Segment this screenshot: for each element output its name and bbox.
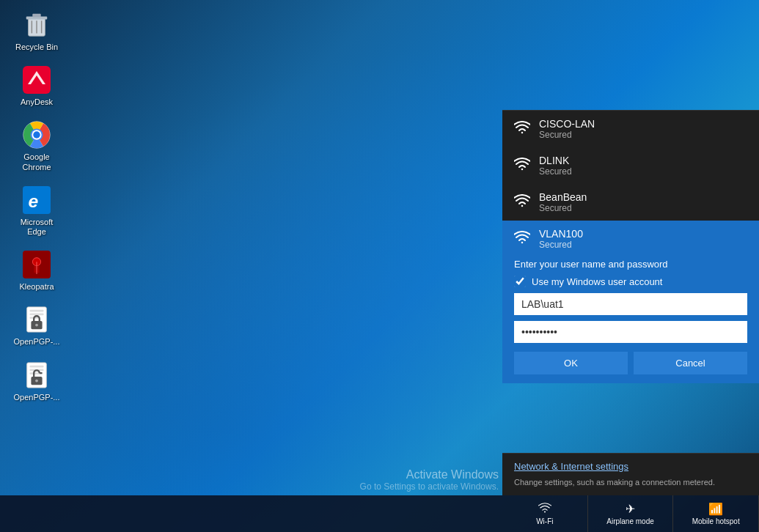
taskbar-hotspot-button[interactable]: 📶 Mobile hotspot [673,495,759,532]
svg-point-30 [35,379,38,382]
wifi-signal-icon-cisco [514,121,530,137]
kleo-label: Kleopatra [19,282,54,292]
dlink-name: DLINK [539,155,572,166]
taskbar-hotspot-icon: 📶 [708,502,723,516]
desktop-icon-openpgp-1[interactable]: OpenPGP-... [7,302,66,350]
openpgp2-icon [23,361,51,389]
svg-rect-25 [30,365,44,367]
vlan100-info: VLAN100 Secured [539,228,583,250]
wifi-network-cisco-lan[interactable]: CISCO-LAN Secured [502,111,759,147]
cisco-lan-info: CISCO-LAN Secured [539,118,595,140]
dlink-info: DLINK Secured [539,155,572,177]
desktop-icon-google-chrome[interactable]: Google Chrome [7,117,66,174]
cisco-lan-status: Secured [539,130,595,140]
network-settings-desc: Change settings, such as making a connec… [514,478,715,487]
anydesk-icon [23,66,51,94]
taskbar-airplane-button[interactable]: ✈ Airplane mode [588,495,674,532]
anydesk-icon-img [22,65,51,95]
kleo-svg [27,255,46,274]
svg-point-12 [33,132,40,139]
vlan100-status: Secured [539,240,583,250]
credentials-buttons: OK Cancel [514,352,747,374]
activate-watermark: Activate Windows Go to Settings to activ… [360,468,499,492]
taskbar-wifi-section: Wi-Fi ✈ Airplane mode 📶 Mobile hotspot [502,495,759,532]
desktop-icon-recycle-bin[interactable]: Recycle Bin [7,7,66,55]
kleo-icon-img [22,250,51,279]
wifi-network-dlink[interactable]: DLINK Secured [502,147,759,184]
desktop-icon-kleopatra[interactable]: Kleopatra [7,247,66,295]
activate-title: Activate Windows [360,468,499,481]
beanbean-info: BeanBean Secured [539,191,587,213]
wifi-credentials-form: Enter your user name and password Use my… [502,257,759,383]
dlink-status: Secured [539,166,572,177]
taskbar: Wi-Fi ✈ Airplane mode 📶 Mobile hotspot [0,495,759,532]
beanbean-name: BeanBean [539,191,587,203]
openpgp1-icon-img [22,305,51,334]
wifi-network-vlan100[interactable]: VLAN100 Secured [502,221,759,257]
svg-rect-2 [32,14,40,18]
activate-subtitle: Go to Settings to activate Windows. [360,481,499,492]
wifi-panel: CISCO-LAN Secured DLINK Secured [502,110,759,383]
chrome-icon [23,121,51,149]
taskbar-wifi-label: Wi-Fi [536,517,553,525]
svg-rect-20 [30,314,44,316]
cancel-button[interactable]: Cancel [634,352,747,374]
vlan100-name: VLAN100 [539,228,583,240]
svg-text:e: e [29,191,39,210]
taskbar-airplane-label: Airplane mode [606,517,653,525]
wifi-signal-icon-beanbean [514,194,530,210]
network-settings-bar: Network & Internet settings Change setti… [502,453,759,495]
desktop-icon-microsoft-edge[interactable]: e Microsoft Edge [7,182,66,240]
anydesk-label: AnyDesk [21,97,53,107]
desktop-icon-openpgp-2[interactable]: OpenPGP-... [7,358,66,405]
credentials-prompt: Enter your user name and password [514,257,747,270]
wifi-signal-icon-vlan100 [514,231,530,247]
wifi-network-beanbean[interactable]: BeanBean Secured [502,184,759,221]
username-input[interactable] [514,293,747,315]
svg-point-23 [35,324,38,327]
desktop-icons-container: Recycle Bin AnyDesk [7,7,66,405]
use-windows-account-checkbox[interactable] [514,276,526,287]
beanbean-status: Secured [539,203,587,213]
use-windows-account-row[interactable]: Use my Windows user account [514,276,747,287]
anydesk-svg [26,70,47,90]
svg-rect-19 [30,310,44,312]
desktop-icon-anydesk[interactable]: AnyDesk [7,62,66,110]
openpgp2-label: OpenPGP-... [14,393,60,402]
taskbar-wifi-icon [538,503,551,516]
taskbar-hotspot-label: Mobile hotspot [692,517,740,525]
recycle-bin-icon [23,11,51,39]
wifi-signal-icon-dlink [514,158,530,174]
recycle-bin-icon-img [22,10,51,40]
network-settings-link[interactable]: Network & Internet settings [514,461,747,472]
password-input[interactable] [514,321,747,343]
chrome-icon-img [22,120,51,149]
edge-icon-img: e [22,185,51,215]
taskbar-airplane-icon: ✈ [626,502,635,516]
use-windows-account-label: Use my Windows user account [532,276,662,287]
cisco-lan-name: CISCO-LAN [539,118,595,130]
kleopatra-icon [23,251,51,278]
desktop: Recycle Bin AnyDesk [0,0,759,532]
ok-button[interactable]: OK [514,352,628,374]
openpgp1-icon [23,306,51,333]
openpgp2-icon-img [22,361,51,390]
chrome-label: Google Chrome [10,152,63,171]
edge-icon: e [23,186,51,214]
recycle-bin-label: Recycle Bin [15,43,58,52]
edge-label: Microsoft Edge [10,218,63,237]
openpgp1-label: OpenPGP-... [14,337,60,347]
taskbar-wifi-button[interactable]: Wi-Fi [502,495,588,532]
